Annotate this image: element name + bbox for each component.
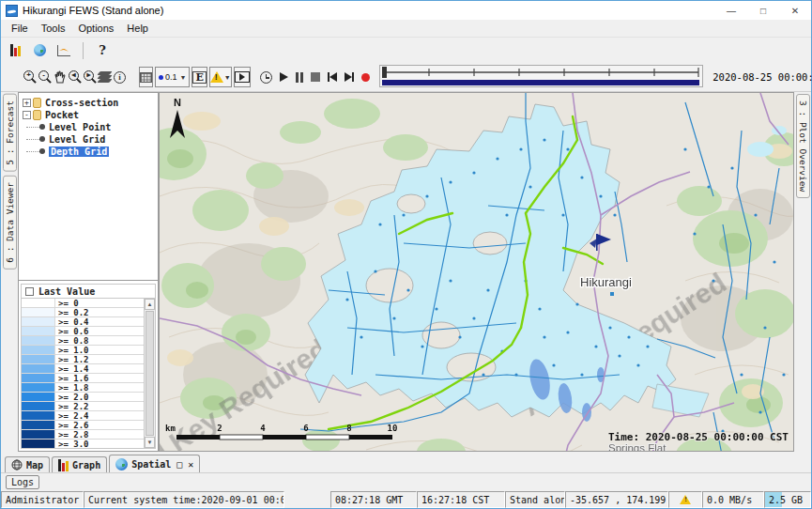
scroll-down-icon[interactable]: ▼	[145, 437, 155, 448]
legend-row[interactable]: >= 1.0	[22, 346, 144, 355]
legend-row[interactable]: >= 2.4	[22, 411, 144, 421]
right-tab-strip: 3 : Plot Overview	[794, 92, 811, 455]
legend-row[interactable]: >= 0	[22, 299, 144, 308]
status-warning-cell[interactable]	[668, 491, 702, 508]
warning-icon	[680, 495, 691, 504]
last-value-checkbox[interactable]	[25, 287, 34, 296]
tree-item-depth-grid[interactable]: Depth Grid	[23, 146, 158, 157]
animation-icon[interactable]	[234, 67, 251, 87]
legend-row[interactable]: >= 0.8	[22, 336, 144, 346]
globe-icon	[115, 458, 128, 470]
status-memory[interactable]: 2.5 GB	[764, 491, 811, 508]
time-slider[interactable]	[379, 65, 703, 89]
play-icon[interactable]	[280, 67, 288, 87]
legend-scrollbar[interactable]: ▲ ▼	[144, 299, 155, 448]
tab-maximize-icon[interactable]: □	[176, 459, 182, 470]
maximize-button[interactable]: □	[747, 1, 779, 20]
legend-row[interactable]: >= 0.4	[22, 317, 144, 327]
legend-label: >= 0.8	[55, 336, 144, 345]
zoom-out-icon[interactable]: -	[38, 67, 52, 87]
legend-swatch	[22, 346, 55, 354]
menu-tools[interactable]: Tools	[35, 23, 72, 34]
step-back-icon[interactable]	[328, 67, 337, 87]
tree: +Cross-section-PocketLevel PointLevel Gr…	[19, 93, 158, 281]
title-bar: Hikurangi FEWS (Stand alone) — □ ✕	[1, 1, 811, 20]
status-user: Administrator	[1, 491, 84, 508]
time-progress-bar	[382, 80, 699, 85]
tab-plot-overview[interactable]: 3 : Plot Overview	[796, 94, 810, 198]
globe-icon[interactable]	[29, 40, 50, 61]
legend-row[interactable]: >= 0.6	[22, 327, 144, 336]
legend-row[interactable]: >= 1.2	[22, 355, 144, 364]
legend-row[interactable]: >= 2.6	[22, 421, 144, 430]
timeseries-icon[interactable]	[54, 40, 74, 61]
node-bullet-icon	[39, 124, 45, 130]
tab-spatial[interactable]: Spatial □ ✕	[109, 455, 200, 472]
threshold-dropdown[interactable]: 0.1 ▼	[155, 67, 190, 87]
tab-forecast[interactable]: 5 : Forecast	[3, 94, 17, 172]
menu-help[interactable]: Help	[120, 23, 155, 34]
pause-icon[interactable]	[296, 67, 304, 87]
logs-button[interactable]: Logs	[6, 475, 39, 489]
legend-row[interactable]: >= 1.8	[22, 383, 144, 393]
tree-item-pocket[interactable]: -Pocket	[23, 109, 158, 120]
menu-options[interactable]: Options	[71, 23, 120, 34]
legend-label: >= 0	[55, 299, 144, 307]
grid-icon[interactable]	[139, 67, 153, 87]
database-bars-icon[interactable]	[5, 40, 25, 61]
tree-guide-line	[26, 127, 39, 128]
zoom-previous-icon[interactable]: ◂	[69, 67, 82, 87]
legend-label: >= 0.4	[55, 317, 144, 326]
legend-row[interactable]: >= 0.2	[22, 308, 144, 317]
tab-graph[interactable]: Graph	[52, 456, 107, 472]
tab-map[interactable]: Map	[5, 456, 50, 472]
help-button[interactable]: ?	[92, 40, 113, 61]
legend-box-icon[interactable]: E	[192, 67, 207, 87]
zoom-next-icon[interactable]: ▸	[84, 67, 97, 87]
legend-row[interactable]: >= 2.8	[22, 430, 144, 440]
record-icon[interactable]	[361, 67, 370, 87]
tree-item-level-grid[interactable]: Level Grid	[23, 133, 158, 145]
legend-label: >= 0.6	[55, 327, 144, 335]
layers-icon[interactable]	[99, 67, 112, 87]
zoom-in-icon[interactable]: +	[23, 67, 37, 87]
close-button[interactable]: ✕	[779, 1, 811, 20]
svg-text:N: N	[174, 97, 181, 108]
tab-close-icon[interactable]: ✕	[188, 459, 193, 470]
legend-row[interactable]: >= 3.0	[22, 440, 144, 448]
legend-label: >= 3.0	[55, 440, 144, 448]
set-time-icon[interactable]	[260, 67, 272, 87]
legend-row[interactable]: >= 1.4	[22, 364, 144, 374]
legend-label: >= 1.2	[55, 355, 144, 363]
legend-swatch	[22, 355, 55, 363]
spatial-map[interactable]: API Key Required API Key Required	[159, 92, 794, 452]
legend-row[interactable]: >= 2.0	[22, 393, 144, 402]
legend-row[interactable]: >= 1.6	[22, 374, 144, 383]
node-bullet-icon	[39, 136, 45, 142]
left-tab-strip: 5 : Forecast 6 : Data Viewer	[1, 92, 18, 455]
legend-label: >= 2.8	[55, 430, 144, 439]
scroll-up-icon[interactable]: ▲	[145, 299, 155, 310]
legend-row[interactable]: >= 2.2	[22, 402, 144, 411]
stop-icon[interactable]	[311, 67, 320, 87]
tree-expander-icon[interactable]: -	[23, 111, 31, 119]
pan-hand-icon[interactable]	[54, 67, 67, 87]
svg-text:6: 6	[303, 424, 308, 433]
warning-icon[interactable]: ▼	[209, 67, 232, 87]
legend-swatch	[22, 393, 55, 401]
tree-expander-icon[interactable]: +	[23, 99, 31, 107]
svg-text:10: 10	[388, 424, 398, 433]
menu-file[interactable]: File	[5, 23, 35, 34]
minimize-button[interactable]: —	[715, 1, 747, 20]
menu-bar: File Tools Options Help	[1, 20, 811, 38]
legend-swatch	[22, 299, 55, 307]
legend-list: >= 0>= 0.2>= 0.4>= 0.6>= 0.8>= 1.0>= 1.2…	[22, 299, 144, 448]
bar-chart-icon	[58, 459, 69, 471]
tree-item-level-point[interactable]: Level Point	[23, 121, 158, 132]
tab-data-viewer[interactable]: 6 : Data Viewer	[3, 176, 17, 270]
scroll-thumb[interactable]	[146, 311, 154, 436]
step-forward-icon[interactable]	[345, 67, 354, 87]
status-gmt-time: 08:27:18 GMT	[330, 491, 417, 508]
info-icon[interactable]: i	[114, 67, 126, 87]
tree-item-cross-section[interactable]: +Cross-section	[23, 97, 158, 108]
